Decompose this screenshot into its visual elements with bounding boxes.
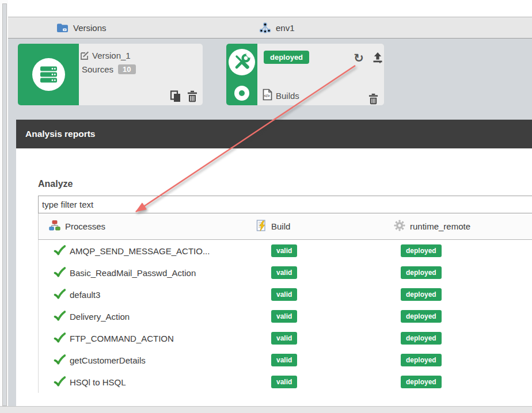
process-name: AMQP_SEND_MESSAGE_ACTIO... [70, 246, 210, 256]
table-row[interactable]: HSQl to HSQL valid deployed [39, 371, 532, 393]
svg-text:</>: </> [264, 94, 269, 98]
column-label-processes: Processes [65, 221, 105, 231]
tools-icon [229, 49, 255, 75]
sources-label: Sources [82, 64, 113, 74]
build-status-badge: valid [271, 332, 297, 345]
runtime-status-badge: deployed [401, 354, 442, 366]
horizontal-scrollbar-track[interactable] [0, 406, 532, 413]
process-name: HSQl to HSQL [70, 377, 126, 387]
org-chart-icon [49, 220, 60, 232]
left-gutter [8, 120, 16, 406]
column-header-build[interactable]: Build [256, 213, 290, 239]
deployed-status-badge: deployed [264, 51, 309, 64]
builds-row[interactable]: </> Builds [262, 89, 299, 102]
runtime-status-badge: deployed [401, 244, 442, 257]
panel-title: Analysis reports [25, 129, 95, 139]
column-label-build: Build [271, 221, 290, 231]
panel-header: Analysis reports [16, 120, 532, 148]
check-icon [54, 311, 66, 324]
sources-card-accent [18, 44, 79, 105]
runtime-status-badge: deployed [401, 332, 442, 345]
filter-input[interactable] [38, 196, 532, 213]
tab-env1-label: env1 [276, 23, 295, 33]
check-icon [54, 267, 66, 280]
column-header-runtime-remote[interactable]: runtime_remote [394, 213, 470, 239]
builds-card-accent [226, 44, 257, 105]
builds-file-icon: </> [262, 89, 273, 102]
table-row[interactable]: default3 valid deployed [39, 284, 532, 305]
breadcrumb-bar: Versions env1 [8, 17, 532, 39]
process-name: getCustomerDetails [70, 355, 146, 365]
check-icon [54, 289, 66, 302]
builds-card[interactable]: deployed ↻ </> Builds [226, 44, 384, 105]
gear-icon [394, 220, 405, 233]
version-title-row: Version_1 [80, 51, 131, 60]
vertical-scrollbar-thumb[interactable] [2, 3, 7, 406]
table-row[interactable]: Delivery_Action valid deployed [39, 305, 532, 327]
check-icon [54, 245, 66, 258]
tab-env1[interactable]: env1 [259, 17, 295, 38]
upload-icon[interactable] [371, 51, 384, 64]
check-icon [54, 354, 66, 368]
process-name: Delivery_Action [70, 312, 130, 322]
table-row[interactable]: AMQP_SEND_MESSAGE_ACTIO... valid deploye… [39, 240, 532, 262]
table-row[interactable]: Basic_ReadMail_Passwd_Action valid deplo… [39, 262, 532, 284]
tab-versions-label: Versions [73, 23, 107, 33]
version-title: Version_1 [92, 51, 131, 60]
trash-icon[interactable] [367, 93, 379, 105]
process-name: FTP_COMMAND_ACTION [70, 334, 174, 343]
vertical-scrollbar-track[interactable] [0, 0, 8, 413]
build-status-badge: valid [271, 266, 297, 279]
table-header: Processes Build [38, 213, 532, 240]
build-status-badge: valid [271, 244, 297, 257]
sources-row[interactable]: Sources 10 [82, 64, 136, 74]
table-body: AMQP_SEND_MESSAGE_ACTIO... valid deploye… [38, 240, 532, 393]
process-name: default3 [70, 290, 100, 300]
runtime-status-badge: deployed [401, 310, 442, 323]
column-header-processes[interactable]: Processes [49, 213, 105, 239]
folder-icon [56, 23, 69, 33]
trash-icon[interactable] [187, 90, 198, 102]
build-status-badge: valid [271, 376, 297, 388]
server-icon [32, 58, 65, 91]
build-status-badge: valid [271, 354, 297, 366]
edit-icon[interactable] [80, 51, 90, 60]
table-row[interactable]: FTP_COMMAND_ACTION valid deployed [39, 327, 532, 349]
network-icon [259, 22, 271, 33]
runtime-status-badge: deployed [401, 288, 442, 301]
check-icon [54, 332, 66, 346]
process-name: Basic_ReadMail_Passwd_Action [70, 268, 196, 278]
build-doc-icon [256, 220, 267, 234]
check-icon [54, 376, 66, 389]
build-status-badge: valid [271, 288, 297, 301]
runtime-status-badge: deployed [401, 376, 442, 388]
copy-icon[interactable] [169, 90, 182, 102]
build-status-badge: valid [271, 310, 297, 323]
refresh-icon[interactable]: ↻ [352, 51, 365, 64]
analyze-section-title: Analyze [38, 179, 73, 189]
runtime-status-badge: deployed [401, 266, 442, 279]
builds-label: Builds [276, 91, 299, 101]
tab-versions[interactable]: Versions [56, 17, 107, 38]
version-sources-card[interactable]: Version_1 Sources 10 [18, 44, 203, 105]
sources-count-badge: 10 [118, 64, 135, 74]
record-icon [234, 86, 249, 101]
column-label-runtime-remote: runtime_remote [410, 221, 470, 231]
table-row[interactable]: getCustomerDetails valid deployed [39, 349, 532, 371]
